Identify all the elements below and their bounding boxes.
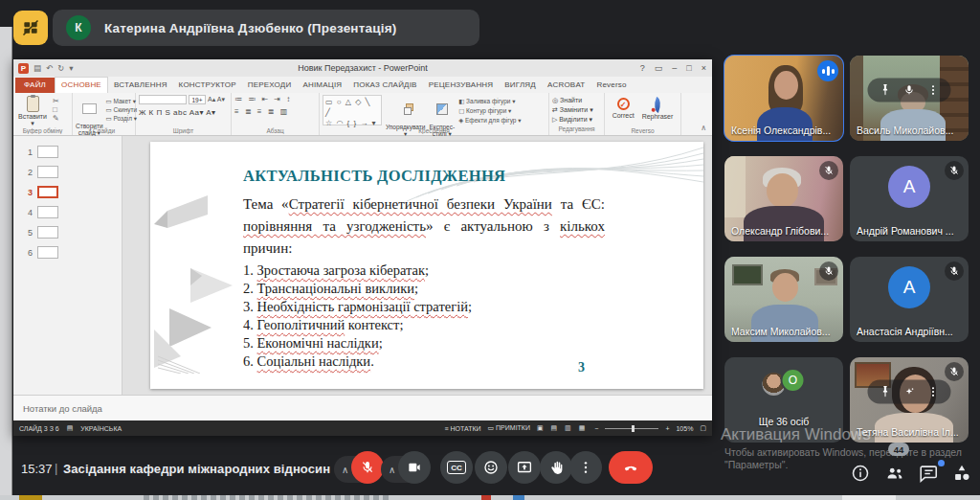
activities-button[interactable] [951,463,974,486]
camera-button[interactable] [398,451,431,484]
select-button[interactable]: ▷ Виділити ▾ [552,115,601,125]
ribbon-tab[interactable]: ПЕРЕХОДИ [242,78,298,93]
zoom-in-button[interactable]: + [665,425,669,432]
slide-thumbnail[interactable]: 2 [13,162,122,182]
list-buttons[interactable]: ≔ ≕ ⇤ ⇥ ↕ [234,95,316,103]
more-vert-icon[interactable] [927,83,940,96]
paste-label: Вставити ▾ [18,113,47,126]
fit-to-window-button[interactable]: ▢ [700,424,706,432]
reactions-button[interactable] [475,451,507,484]
reverso-rephraser-button[interactable]: Rephraser [642,95,674,125]
end-call-button[interactable] [609,451,653,484]
pin-icon[interactable] [880,385,892,398]
chevron-up-icon: ∧ [389,465,395,475]
zoom-slider-thumb[interactable] [632,425,635,432]
ribbon-tab[interactable]: ВСТАВЛЕННЯ [108,78,173,93]
ribbon-display-button[interactable]: ▭ [655,63,663,73]
quick-styles-button[interactable]: Експрес- стилі ▾ [429,95,455,125]
layout-button[interactable]: ▭ Макет ▾ [106,97,138,105]
ribbon-tab[interactable]: РЕЦЕНЗУВАННЯ [423,78,500,93]
tile-hover-controls[interactable] [868,379,951,403]
ribbon-tabs: ФАЙЛОСНОВНЕВСТАВЛЕННЯКОНСТРУКТОРПЕРЕХОДИ… [13,77,712,93]
slide-thumbnail[interactable]: 6 [13,242,122,262]
zoom-out-button[interactable]: − [594,425,598,432]
restore-button[interactable]: □ [686,63,691,73]
minimize-button[interactable]: – [672,63,677,73]
help-button[interactable]: ? [640,63,645,73]
presenter-banner[interactable]: К Катерина Андріївна Дзюбенко (Презентац… [53,10,479,46]
ribbon-tab[interactable]: ОСНОВНЕ [55,77,108,93]
ribbon-tab[interactable]: Reverso [590,78,632,93]
participant-tile[interactable]: Ксенія Олександрів... [724,56,843,141]
font-name-input[interactable] [139,95,187,104]
alignment-buttons[interactable]: ≡ ≣ ≡ ≣ ▥ [234,107,316,116]
language-indicator[interactable]: УКРАЇНСЬКА [80,425,122,432]
editing-group-label: Редагування [549,125,604,134]
list-number: 6. [243,353,257,369]
presentation-control-button[interactable] [13,11,48,45]
participant-tile[interactable]: А Андрій Романович ... [850,156,969,241]
notes-placeholder: Нотатки до слайда [23,403,102,414]
font-size-input[interactable]: 19+ [189,95,206,104]
slide-thumbnail[interactable]: 5 [13,222,122,242]
correct-label: Correct [612,112,635,119]
participants-count-badge: 44 [888,443,909,456]
participant-tile[interactable]: Максим Миколайов... [724,257,843,342]
shape-fill-button[interactable]: ◧ Заливка фігури ▾ [458,97,521,106]
raise-hand-button[interactable] [540,451,572,484]
shapes-gallery[interactable]: ▭ ○ △ ◇ ╲ ╱ ☆ ◠ { } → ▾ [323,95,382,125]
replace-button[interactable]: ⇄ Замінити ▾ [552,105,601,115]
present-button[interactable] [508,451,541,484]
clipboard-icon [27,96,39,112]
effects-sparkle-icon[interactable] [903,385,916,398]
spellcheck-icon[interactable]: ▤ [67,424,74,432]
ribbon-tab[interactable]: ВИГЛЯД [499,78,542,93]
font-style-buttons[interactable]: Ж К П S abc Aa▾ A▾ [139,108,228,117]
end-call-icon [622,459,639,476]
chat-panel-button[interactable] [918,463,941,486]
list-number: 4. [243,317,257,332]
slide-thumbnail[interactable]: 1 [13,142,122,162]
reverso-correct-button[interactable]: ✓ Correct [612,95,635,125]
close-button[interactable]: × [702,63,706,73]
shape-outline-button[interactable]: ▢ Контур фігури ▾ [458,106,521,116]
clipboard-tools[interactable]: ✂ □ ✎ [53,95,59,125]
font-size-buttons[interactable]: A▴ A▾ [208,96,225,103]
section-button[interactable]: ▭ Розділ ▾ [106,114,138,123]
slide[interactable]: АКТУАЛЬНІСТЬ ДОСЛІДЖЕННЯ Тема «Стратегії… [150,142,703,389]
collapse-ribbon-button[interactable]: ∧ [701,124,706,132]
more-options-button[interactable] [569,451,602,484]
participants-panel-button[interactable] [884,463,907,486]
participant-tile[interactable]: Олександр Глібови... [724,156,843,241]
ribbon-tab[interactable]: АНІМАЦІЯ [297,78,347,93]
meeting-details-button[interactable] [850,463,873,486]
arrange-button[interactable]: Упорядкувати ▾ [386,95,425,125]
new-slide-button[interactable]: Створити слайд ▾ [76,95,103,125]
reset-button[interactable]: ▭ Скинути [106,105,138,114]
ribbon-tab[interactable]: ФАЙЛ [15,78,55,93]
ribbon-tab[interactable]: ПОКАЗ СЛАЙДІВ [347,78,422,93]
notes-toggle-button[interactable]: ≡ НОТАТКИ [444,425,480,432]
notes-pane[interactable]: Нотатки до слайда [13,395,712,420]
more-vert-icon[interactable] [927,385,940,398]
comments-toggle-button[interactable]: ▭ ПРИМІТКИ [488,424,530,432]
participant-tile[interactable]: А Анастасія Андріївн... [850,257,969,342]
slide-text-segment: ; [379,335,383,351]
mic-mute-button[interactable] [351,451,384,484]
tile-hover-controls[interactable] [868,78,951,102]
slide-canvas: АКТУАЛЬНІСТЬ ДОСЛІДЖЕННЯ Тема «Стратегії… [122,136,712,395]
view-buttons[interactable]: ▣ ▤ ▥ ▦ [537,424,588,432]
captions-button[interactable]: CC [440,451,473,484]
zoom-level[interactable]: 105% [676,425,693,432]
paste-button[interactable]: Вставити ▾ [16,95,49,125]
participant-tile[interactable]: Василь Миколайов... [850,56,969,141]
slide-thumbnail[interactable]: 4 [13,202,122,222]
mic-icon[interactable] [903,83,916,96]
zoom-slider[interactable] [605,428,658,429]
ribbon-tab[interactable]: ACROBAT [542,78,590,93]
slide-thumbnail[interactable]: 3 [13,182,122,202]
pin-icon[interactable] [880,83,892,96]
ribbon-tab[interactable]: КОНСТРУКТОР [173,78,242,93]
find-button[interactable]: ◎ Знайти [552,96,601,105]
shape-effects-button[interactable]: ◈ Ефекти для фігур ▾ [458,116,521,125]
